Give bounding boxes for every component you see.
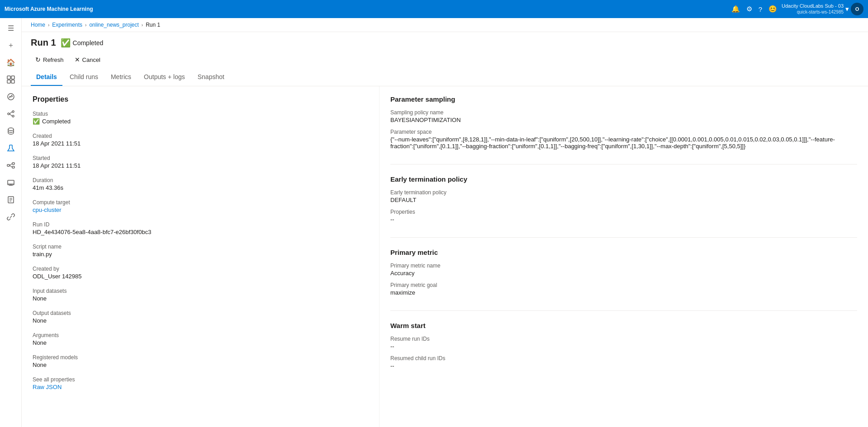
breadcrumb-sep-2: › (85, 23, 86, 28)
workspace-name: quick-starts-ws-142985 (782, 9, 844, 15)
svg-rect-2 (7, 80, 10, 83)
early-termination-policy-value: DEFAULT (390, 197, 857, 203)
breadcrumb-home[interactable]: Home (31, 22, 45, 28)
help-icon[interactable]: ? (759, 5, 762, 13)
prop-value-raw-json[interactable]: Raw JSON (33, 384, 368, 390)
prop-label-duration: Duration (33, 177, 368, 183)
breadcrumb: Home › Experiments › online_news_project… (22, 18, 868, 32)
resumed-child-run-ids-value: -- (390, 362, 857, 369)
page-title-row: Run 1 ✅ Completed (31, 38, 859, 48)
early-termination-properties-value: -- (390, 216, 857, 223)
prop-label-created-by: Created by (33, 266, 368, 272)
user-avatar[interactable]: O (851, 3, 863, 15)
completed-icon: ✅ (61, 38, 71, 48)
notification-icon[interactable]: 🔔 (731, 5, 740, 13)
prop-value-duration: 41m 43.36s (33, 184, 368, 191)
section-parameter-sampling: Parameter sampling Sampling policy name … (390, 95, 857, 164)
sidebar-item-links[interactable] (2, 209, 20, 225)
section-warm-start: Warm start Resume run IDs -- Resumed chi… (390, 322, 857, 384)
svg-rect-12 (7, 164, 9, 166)
prop-value-registered-models: None (33, 361, 368, 368)
svg-line-15 (9, 164, 12, 165)
resume-run-ids-row: Resume run IDs -- (390, 336, 857, 350)
sidebar-item-menu[interactable]: ☰ (2, 20, 20, 36)
prop-value-input-datasets: None (33, 295, 368, 302)
topbar: Microsoft Azure Machine Learning 🔔 ⚙ ? 😊… (0, 0, 868, 18)
primary-metric-goal-label: Primary metric goal (390, 282, 857, 288)
prop-value-status: ✅ Completed (33, 118, 368, 125)
page-title: Run 1 (31, 38, 56, 48)
breadcrumb-experiments[interactable]: Experiments (52, 22, 82, 28)
prop-run-id: Run ID HD_4e434076-5ea8-4aa8-bfc7-e26bf3… (33, 221, 368, 235)
parameter-space-label: Parameter space (390, 129, 857, 135)
topbar-right: 🔔 ⚙ ? 😊 Udacity CloudLabs Sub - 03 quick… (731, 3, 863, 15)
breadcrumb-project[interactable]: online_news_project (89, 22, 138, 28)
chevron-down-icon: ▾ (845, 5, 849, 13)
sidebar-item-automated-ml[interactable] (2, 89, 20, 105)
early-termination-policy-label: Early termination policy (390, 189, 857, 196)
tab-details[interactable]: Details (31, 69, 62, 86)
status-check-icon: ✅ (33, 118, 40, 125)
prop-started: Started 18 Apr 2021 11:51 (33, 155, 368, 169)
svg-line-8 (9, 112, 12, 114)
prop-compute: Compute target cpu-cluster (33, 199, 368, 213)
prop-arguments: Arguments None (33, 332, 368, 346)
sidebar-item-experiments[interactable] (2, 140, 20, 156)
sidebar-item-pipelines[interactable] (2, 157, 20, 174)
right-panel: Parameter sampling Sampling policy name … (379, 86, 868, 427)
svg-point-6 (12, 111, 14, 113)
sidebar-item-designer[interactable] (2, 106, 20, 122)
prop-label-arguments: Arguments (33, 332, 368, 338)
properties-title: Properties (33, 95, 368, 103)
breadcrumb-sep-1: › (48, 23, 49, 28)
refresh-label: Refresh (43, 56, 64, 63)
refresh-button[interactable]: ↻ Refresh (31, 54, 68, 65)
status-badge: ✅ Completed (61, 38, 104, 48)
app-title: Microsoft Azure Machine Learning (5, 6, 93, 12)
prop-value-created: 18 Apr 2021 11:51 (33, 140, 368, 147)
early-termination-properties-row: Properties -- (390, 209, 857, 223)
page-header: Run 1 ✅ Completed ↻ Refresh ✕ Cancel (22, 32, 868, 69)
prop-script: Script name train.py (33, 244, 368, 258)
prop-value-compute[interactable]: cpu-cluster (33, 206, 368, 213)
cancel-button[interactable]: ✕ Cancel (70, 54, 105, 65)
prop-value-arguments: None (33, 339, 368, 346)
tab-metrics[interactable]: Metrics (105, 69, 137, 86)
section-primary-metric: Primary metric Primary metric name Accur… (390, 249, 857, 311)
sidebar-item-create[interactable]: ＋ (2, 37, 20, 53)
tab-outputs-logs[interactable]: Outputs + logs (138, 69, 190, 86)
prop-see-all: See all properties Raw JSON (33, 376, 368, 390)
status-label: Completed (73, 39, 104, 47)
prop-value-created-by: ODL_User 142985 (33, 273, 368, 280)
topbar-user[interactable]: Udacity CloudLabs Sub - 03 quick-starts-… (782, 3, 863, 15)
tab-child-runs[interactable]: Child runs (64, 69, 104, 86)
sidebar-item-notebooks[interactable] (2, 192, 20, 208)
svg-rect-0 (7, 76, 10, 79)
subscription-name: Udacity CloudLabs Sub - 03 (782, 3, 844, 9)
tab-snapshot[interactable]: Snapshot (192, 69, 230, 86)
settings-icon[interactable]: ⚙ (746, 5, 752, 13)
primary-metric-name-row: Primary metric name Accuracy (390, 263, 857, 277)
sidebar-item-compute[interactable] (2, 174, 20, 191)
resume-run-ids-label: Resume run IDs (390, 336, 857, 342)
svg-point-7 (12, 115, 14, 117)
sidebar-item-datasets[interactable] (2, 123, 20, 139)
prop-label-created: Created (33, 133, 368, 139)
prop-value-output-datasets: None (33, 317, 368, 324)
sidebar-item-dashboard[interactable] (2, 71, 20, 88)
primary-metric-goal-row: Primary metric goal maximize (390, 282, 857, 296)
svg-point-10 (8, 128, 14, 131)
app-layout: ☰ ＋ 🏠 Home (0, 18, 868, 427)
sidebar-item-home[interactable]: 🏠 (2, 54, 20, 70)
prop-registered-models: Registered models None (33, 354, 368, 368)
resumed-child-run-ids-label: Resumed child run IDs (390, 355, 857, 361)
user-info: Udacity CloudLabs Sub - 03 quick-starts-… (782, 3, 844, 14)
parameter-sampling-title: Parameter sampling (390, 95, 857, 103)
sampling-policy-name-row: Sampling policy name BAYESIANOPTIMIZATIO… (390, 109, 857, 123)
feedback-icon[interactable]: 😊 (768, 5, 777, 13)
resume-run-ids-value: -- (390, 343, 857, 350)
prop-duration: Duration 41m 43.36s (33, 177, 368, 191)
prop-value-run-id: HD_4e434076-5ea8-4aa8-bfc7-e26bf30f0bc3 (33, 229, 368, 235)
breadcrumb-sep-3: › (142, 23, 143, 28)
parameter-space-value: {"--num-leaves":["quniform",[8,128,1]],"… (390, 136, 857, 150)
